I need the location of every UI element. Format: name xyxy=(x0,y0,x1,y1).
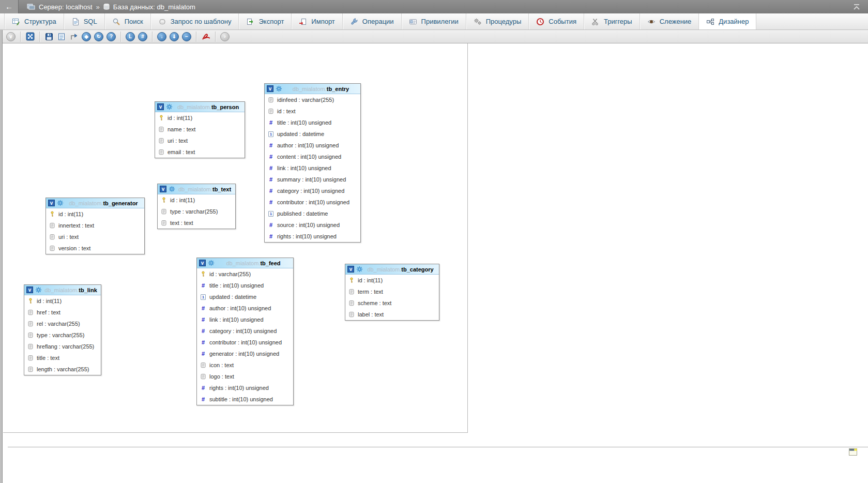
field-row[interactable]: type : varchar(255) xyxy=(24,329,101,341)
field-row[interactable]: # source : int(10) unsigned xyxy=(265,219,360,231)
field-row[interactable]: # category : int(10) unsigned xyxy=(197,325,293,337)
nav-panel-collapsed-handle[interactable] xyxy=(0,30,3,483)
field-row[interactable]: href : text xyxy=(24,307,101,318)
field-row[interactable]: # category : int(10) unsigned xyxy=(265,185,360,197)
fullscreen-icon[interactable] xyxy=(25,32,35,41)
toggle-table-list-icon[interactable]: ∨ xyxy=(6,32,16,41)
select-table-checkbox[interactable]: v xyxy=(160,186,166,192)
tab-search[interactable]: Поиск xyxy=(105,13,151,29)
field-row[interactable]: 1 updated : datetime xyxy=(197,291,293,303)
angular-links-icon[interactable]: L xyxy=(126,32,135,41)
tab-designer[interactable]: Дизайнер xyxy=(699,13,756,29)
table-card-tb_generator[interactable]: v db_mialatom.tb_generator id : int(11) … xyxy=(45,198,145,254)
restore-window-icon[interactable] xyxy=(849,448,857,456)
field-row[interactable]: # subtitle : int(10) unsigned xyxy=(197,394,293,405)
table-list-icon[interactable] xyxy=(57,32,66,41)
table-options-gear-icon[interactable] xyxy=(56,200,64,207)
field-row[interactable]: version : text xyxy=(46,243,144,254)
tab-routines[interactable]: Процедуры xyxy=(466,13,529,29)
field-row[interactable]: 1 updated : datetime xyxy=(265,128,360,140)
tab-events[interactable]: События xyxy=(529,13,584,29)
select-table-checkbox[interactable]: v xyxy=(157,103,164,110)
field-row[interactable]: term : text xyxy=(345,286,439,297)
field-row[interactable]: type : varchar(255) xyxy=(158,206,235,217)
scroll-top-icon[interactable] xyxy=(852,4,861,10)
reload-icon[interactable]: ↻ xyxy=(94,32,103,41)
select-table-checkbox[interactable]: v xyxy=(199,260,206,266)
field-row[interactable]: text : text xyxy=(158,217,235,229)
table-card-tb_feed[interactable]: v db_mialatom.tb_feed id : varchar(255) … xyxy=(196,258,294,405)
table-card-tb_category[interactable]: v db_mialatom.tb_category id : int(11) t… xyxy=(345,264,439,321)
field-row[interactable]: rel : varchar(255) xyxy=(24,318,101,329)
field-row[interactable]: 1 published : datetime xyxy=(265,208,360,219)
tab-structure[interactable]: Структура xyxy=(4,13,64,29)
field-row[interactable]: hreflang : varchar(255) xyxy=(24,341,101,352)
field-row[interactable]: email : text xyxy=(155,146,245,158)
field-row[interactable]: length : varchar(255) xyxy=(24,364,101,375)
select-table-checkbox[interactable]: v xyxy=(347,266,354,273)
tab-privileges[interactable]: Привилегии xyxy=(402,13,466,29)
field-row[interactable]: label : text xyxy=(345,309,439,320)
small-big-all-icon[interactable]: ↓ xyxy=(157,32,166,41)
field-row[interactable]: # author : int(10) unsigned xyxy=(265,140,360,151)
tab-triggers[interactable]: Триггеры xyxy=(584,13,640,29)
select-table-checkbox[interactable]: v xyxy=(26,286,33,293)
field-row[interactable]: # contributor : int(10) unsigned xyxy=(197,337,293,348)
field-row[interactable]: id : int(11) xyxy=(158,194,235,206)
field-row[interactable]: # rights : int(10) unsigned xyxy=(197,382,293,394)
back-button[interactable]: ← xyxy=(0,0,19,13)
field-row[interactable]: # content : int(10) unsigned xyxy=(265,151,360,162)
display-field-icon[interactable]: ◆ xyxy=(82,32,91,41)
field-row[interactable]: id : varchar(255) xyxy=(197,268,293,280)
field-row[interactable]: # contributor : int(10) unsigned xyxy=(265,197,360,208)
create-relation-icon[interactable] xyxy=(69,32,79,41)
snap-to-grid-icon[interactable]: # xyxy=(138,32,147,41)
field-row[interactable]: # generator : int(10) unsigned xyxy=(197,348,293,359)
field-row[interactable]: id : int(11) xyxy=(155,112,245,124)
field-row[interactable]: # author : int(10) unsigned xyxy=(197,303,293,314)
tab-tracking[interactable]: Слежение xyxy=(640,13,699,29)
field-row[interactable]: id : int(11) xyxy=(24,295,101,307)
field-row[interactable]: name : text xyxy=(155,124,245,135)
breadcrumb-database[interactable]: База данных: db_mialatom xyxy=(113,3,195,11)
toggle-small-big-icon[interactable]: ⇓ xyxy=(170,32,179,41)
table-options-gear-icon[interactable] xyxy=(356,266,363,273)
move-menu-icon[interactable]: › xyxy=(220,32,230,41)
field-row[interactable]: uri : text xyxy=(46,231,144,243)
table-options-gear-icon[interactable] xyxy=(35,286,42,294)
tab-sql[interactable]: SQL xyxy=(64,13,105,29)
field-row[interactable]: # link : int(10) unsigned xyxy=(265,162,360,174)
designer-canvas[interactable]: v db_mialatom.tb_person id : int(11) nam… xyxy=(3,43,468,433)
table-card-tb_entry[interactable]: v db_mialatom.tb_entry idinfeed : varcha… xyxy=(264,83,361,243)
field-row[interactable]: # title : int(10) unsigned xyxy=(265,117,360,128)
field-row[interactable]: id : int(11) xyxy=(46,208,144,220)
table-card-tb_person[interactable]: v db_mialatom.tb_person id : int(11) nam… xyxy=(155,101,245,158)
select-table-checkbox[interactable]: v xyxy=(267,85,273,92)
field-row[interactable]: # title : int(10) unsigned xyxy=(197,280,293,291)
export-schema-icon[interactable] xyxy=(201,32,210,41)
table-options-gear-icon[interactable] xyxy=(168,186,175,193)
field-row[interactable]: title : text xyxy=(24,352,101,364)
table-options-gear-icon[interactable] xyxy=(275,85,282,93)
field-row[interactable]: innertext : text xyxy=(46,220,144,231)
tab-qbe[interactable]: Запрос по шаблону xyxy=(151,13,239,29)
table-card-tb_text[interactable]: v db_mialatom.tb_text id : int(11) type … xyxy=(157,184,236,229)
tab-export[interactable]: Экспорт xyxy=(239,13,292,29)
help-icon[interactable]: ? xyxy=(106,32,116,41)
field-row[interactable]: id : text xyxy=(265,105,360,117)
save-position-icon[interactable] xyxy=(44,32,54,41)
table-options-gear-icon[interactable] xyxy=(207,260,215,267)
field-row[interactable]: uri : text xyxy=(155,135,245,146)
select-table-checkbox[interactable]: v xyxy=(48,200,55,206)
table-card-tb_link[interactable]: v db_mialatom.tb_link id : int(11) href … xyxy=(24,284,101,375)
toggle-relation-lines-icon[interactable]: − xyxy=(182,32,191,41)
field-row[interactable]: # summary : int(10) unsigned xyxy=(265,174,360,185)
field-row[interactable]: # rights : int(10) unsigned xyxy=(265,231,360,242)
table-options-gear-icon[interactable] xyxy=(165,103,173,111)
field-row[interactable]: id : int(11) xyxy=(345,275,439,286)
field-row[interactable]: scheme : text xyxy=(345,297,439,309)
field-row[interactable]: logo : text xyxy=(197,371,293,382)
breadcrumb-server[interactable]: Сервер: localhost xyxy=(39,3,93,11)
tab-operations[interactable]: Операции xyxy=(343,13,402,29)
field-row[interactable]: icon : text xyxy=(197,359,293,371)
